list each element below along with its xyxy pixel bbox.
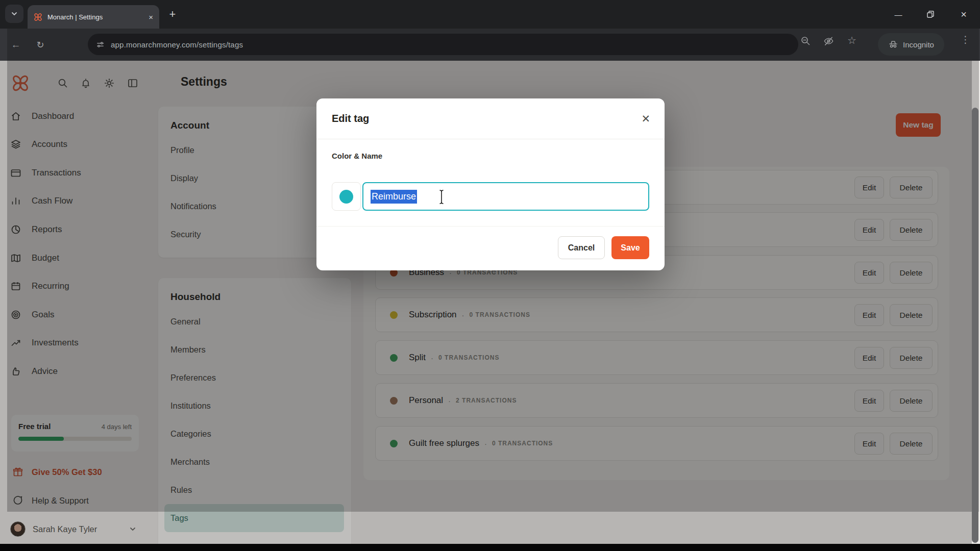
cancel-button[interactable]: Cancel xyxy=(558,236,605,259)
save-button[interactable]: Save xyxy=(611,236,649,259)
tab-strip: Monarch | Settings × + — × xyxy=(0,0,980,29)
monarch-favicon-icon xyxy=(34,13,42,21)
text-cursor-icon xyxy=(438,189,445,205)
color-name-label: Color & Name xyxy=(332,152,382,160)
modal-title: Edit tag xyxy=(332,113,369,124)
tag-color-dot xyxy=(339,190,353,204)
chevron-down-icon xyxy=(11,10,18,17)
window-restore-button[interactable] xyxy=(920,6,941,22)
close-icon[interactable]: ✕ xyxy=(641,113,650,125)
monarch-app: Dashboard Accounts Transactions Cash Flo… xyxy=(0,61,980,544)
browser-tab[interactable]: Monarch | Settings × xyxy=(28,5,159,29)
new-tab-button[interactable]: + xyxy=(164,6,181,22)
page-scrollbar[interactable] xyxy=(972,108,978,543)
selected-input-text: Reimburse xyxy=(371,190,417,204)
tag-name-input[interactable]: Reimburse xyxy=(362,182,649,211)
browser-window: Monarch | Settings × + — × ← → ↻ app.mon… xyxy=(0,0,980,551)
screen-bottom-strip xyxy=(0,544,980,551)
window-close-button[interactable]: × xyxy=(953,6,974,22)
browser-toolbar: ← → ↻ app.monarchmoney.com/settings/tags… xyxy=(0,29,980,61)
divider xyxy=(316,226,665,227)
tag-color-picker[interactable] xyxy=(332,182,361,211)
tab-title: Monarch | Settings xyxy=(47,13,149,21)
edit-tag-modal: Edit tag ✕ Color & Name Reimburse Cancel… xyxy=(316,98,665,270)
tab-search-button[interactable] xyxy=(5,5,23,23)
close-tab-icon[interactable]: × xyxy=(149,13,153,21)
window-minimize-button[interactable]: — xyxy=(888,6,909,22)
restore-icon xyxy=(927,11,934,18)
